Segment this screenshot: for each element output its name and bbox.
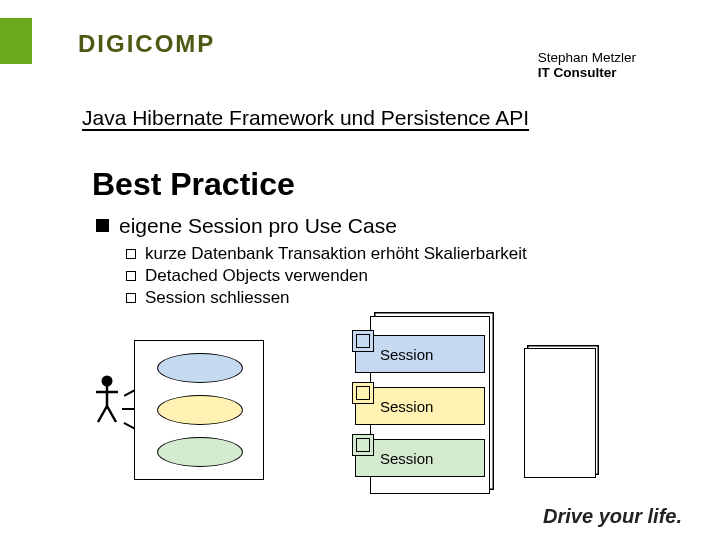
session-label: Session (380, 346, 433, 363)
session-label: Session (380, 450, 433, 467)
session-mini-icon (352, 330, 374, 352)
usecase-ellipse (157, 395, 243, 425)
session-mini-icon (352, 382, 374, 404)
author-name: Stephan Metzler (538, 50, 636, 65)
usecase-ellipse (157, 353, 243, 383)
brand-accent-bar (0, 18, 32, 64)
actor-icon (94, 374, 120, 430)
hollow-square-bullet-icon (126, 271, 136, 281)
session-label: Session (380, 398, 433, 415)
brand-slogan: Drive your life. (543, 505, 682, 528)
svg-point-0 (102, 376, 113, 387)
logo: DIGICOMP (78, 30, 215, 58)
list-item: Session schliessen (126, 288, 527, 308)
list-item: kurze Datenbank Transaktion erhöht Skali… (126, 244, 527, 264)
bullet-level2-text: kurze Datenbank Transaktion erhöht Skali… (145, 244, 527, 264)
svg-line-3 (98, 406, 107, 422)
page-title: Java Hibernate Framework und Persistence… (82, 106, 529, 130)
bullet-level1-text: eigene Session pro Use Case (119, 214, 397, 238)
session-box: Session (355, 335, 485, 373)
author-title: IT Consulter (538, 65, 636, 80)
bullet-level1: eigene Session pro Use Case (96, 214, 397, 238)
list-item: Detached Objects verwenden (126, 266, 527, 286)
bullet-level2-text: Detached Objects verwenden (145, 266, 368, 286)
database-box (524, 348, 596, 478)
diagram: Session Session Session (92, 330, 612, 498)
session-box: Session (355, 439, 485, 477)
hollow-square-bullet-icon (126, 249, 136, 259)
svg-line-4 (107, 406, 116, 422)
bullet-level2-text: Session schliessen (145, 288, 290, 308)
session-mini-icon (352, 434, 374, 456)
bullet-level2-list: kurze Datenbank Transaktion erhöht Skali… (126, 244, 527, 310)
logo-text: DIGICOMP (78, 30, 215, 57)
session-stack-container: Session Session Session (370, 316, 490, 494)
usecase-ellipse (157, 437, 243, 467)
session-box: Session (355, 387, 485, 425)
author-block: Stephan Metzler IT Consulter (538, 50, 636, 80)
hollow-square-bullet-icon (126, 293, 136, 303)
usecase-container (134, 340, 264, 480)
square-bullet-icon (96, 219, 109, 232)
slide-heading: Best Practice (92, 166, 295, 203)
